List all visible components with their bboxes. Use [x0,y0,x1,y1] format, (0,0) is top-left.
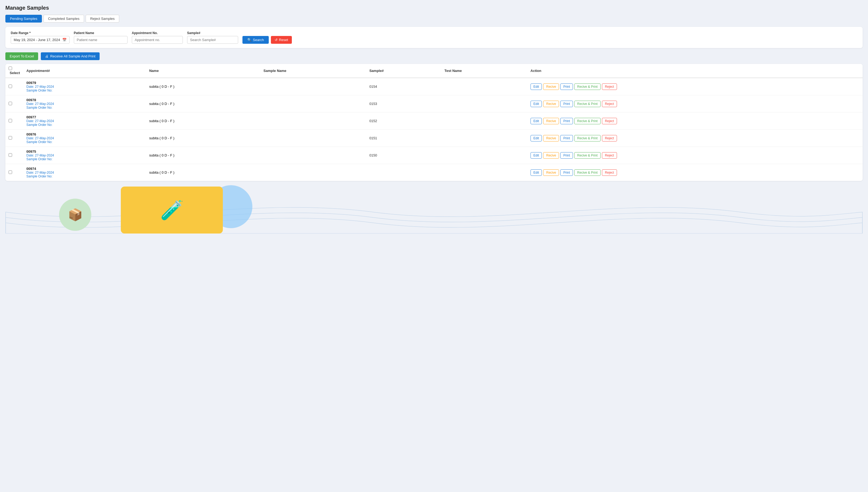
row-checkbox-0[interactable] [8,84,12,88]
receive-print-button[interactable]: Recive & Print [574,135,601,142]
sample-number-cell: 0154 [366,78,441,95]
receive-button[interactable]: Recive [543,169,559,176]
reject-button[interactable]: Reject [602,135,617,142]
appointment-col-header: Appointment# [23,64,146,78]
page-title: Manage Samples [5,5,863,11]
patient-name-cell: subita ( 0 D - F ) [146,164,260,181]
sample-num-col-header: Sample# [366,64,441,78]
edit-button[interactable]: Edit [531,83,542,90]
appointment-no-group: Appointment No. [132,31,183,44]
row-checkbox-5[interactable] [8,170,12,174]
calendar-icon: 📅 [62,38,67,42]
sample-number-cell [366,164,441,181]
test-name-cell [441,78,527,95]
receive-print-button[interactable]: Recive & Print [574,101,601,107]
receive-button[interactable]: Recive [543,83,559,90]
date-range-value: May 19, 2024 - June 17, 2024 [14,38,60,42]
patient-name-group: Patient Name [74,31,127,44]
patient-name-label: Patient Name [74,31,127,35]
receive-print-button[interactable]: Recive & Print [574,152,601,158]
action-buttons: Edit Recive Print Recive & Print Reject [531,118,860,124]
tube-illustration: 🧪 [160,199,184,221]
row-checkbox-3[interactable] [8,136,12,140]
appointment-order: Sample Order No: [26,89,143,92]
reset-icon: ↺ [275,38,278,42]
appointment-number: 00978 [26,98,143,102]
table-row: 00979 Date: 27-May-2024 Sample Order No:… [5,78,863,95]
appointment-order: Sample Order No: [26,106,143,109]
print-button[interactable]: Print [560,118,573,124]
sample-name-cell [260,113,366,130]
edit-button[interactable]: Edit [531,152,542,158]
row-checkbox-2[interactable] [8,119,12,122]
reject-button[interactable]: Reject [602,118,617,124]
appointment-number: 00977 [26,115,143,119]
receive-print-button[interactable]: Recive & Print [574,118,601,124]
patient-name-cell: subita ( 0 D - F ) [146,113,260,130]
appointment-no-input[interactable] [132,36,183,44]
row-checkbox-1[interactable] [8,102,12,105]
reject-button[interactable]: Reject [602,101,617,107]
sample-name-cell [260,130,366,147]
filter-card: Date Range * May 19, 2024 - June 17, 202… [5,27,863,48]
appointment-order: Sample Order No: [26,140,143,144]
search-button[interactable]: 🔍 Search [242,36,269,44]
select-all-checkbox[interactable] [8,67,12,70]
samples-table-wrapper: Select Appointment# Name Sample Name Sam… [5,64,863,181]
date-range-input[interactable]: May 19, 2024 - June 17, 2024 📅 [11,36,70,44]
table-header: Select Appointment# Name Sample Name Sam… [5,64,863,78]
appointment-number: 00975 [26,149,143,153]
receive-all-print-button[interactable]: 🖨 Receive All Sample And Print [41,52,100,60]
print-icon: 🖨 [45,54,49,58]
name-col-header: Name [146,64,260,78]
reset-button[interactable]: ↺ Reset [271,36,292,44]
samples-table: Select Appointment# Name Sample Name Sam… [5,64,863,181]
receive-button[interactable]: Recive [543,101,559,107]
edit-button[interactable]: Edit [531,118,542,124]
test-name-cell [441,147,527,164]
edit-button[interactable]: Edit [531,169,542,176]
appointment-no-label: Appointment No. [132,31,183,35]
table-row: 00976 Date: 27-May-2024 Sample Order No:… [5,130,863,147]
receive-button[interactable]: Recive [543,118,559,124]
row-checkbox-4[interactable] [8,153,12,157]
patient-name-input[interactable] [74,36,127,44]
table-row: 00974 Date: 27-May-2024 Sample Order No:… [5,164,863,181]
appointment-date: Date: 27-May-2024 [26,85,143,89]
print-button[interactable]: Print [560,152,573,158]
appointment-date: Date: 27-May-2024 [26,137,143,140]
receive-print-button[interactable]: Recive & Print [574,169,601,176]
print-button[interactable]: Print [560,169,573,176]
print-button[interactable]: Print [560,101,573,107]
edit-button[interactable]: Edit [531,135,542,142]
table-row: 00977 Date: 27-May-2024 Sample Order No:… [5,113,863,130]
date-range-label: Date Range * [11,31,70,35]
tab-completed-samples[interactable]: Completed Samples [44,15,84,23]
patient-name-cell: subita ( 0 D - F ) [146,95,260,113]
test-name-cell [441,130,527,147]
reject-button[interactable]: Reject [602,152,617,158]
print-button[interactable]: Print [560,135,573,142]
table-body: 00979 Date: 27-May-2024 Sample Order No:… [5,78,863,181]
appointment-order: Sample Order No: [26,123,143,127]
sample-name-cell [260,78,366,95]
receive-button[interactable]: Recive [543,135,559,142]
deco-image: 🧪 [121,187,223,233]
receive-button[interactable]: Recive [543,152,559,158]
action-buttons: Edit Recive Print Recive & Print Reject [531,152,860,158]
export-excel-button[interactable]: Export To Excel [5,52,38,60]
reject-button[interactable]: Reject [602,83,617,90]
tab-pending-samples[interactable]: Pending Samples [5,15,42,23]
appointment-number: 00974 [26,167,143,171]
sample-search-input[interactable] [187,36,238,44]
print-button[interactable]: Print [560,83,573,90]
tab-bar: Pending Samples Completed Samples Reject… [5,15,863,23]
edit-button[interactable]: Edit [531,101,542,107]
tab-reject-samples[interactable]: Reject Samples [86,15,119,23]
reject-button[interactable]: Reject [602,169,617,176]
action-buttons: Edit Recive Print Recive & Print Reject [531,135,860,142]
action-col-header: Action [527,64,863,78]
receive-print-button[interactable]: Recive & Print [574,83,601,90]
table-row: 00978 Date: 27-May-2024 Sample Order No:… [5,95,863,113]
sample-name-cell [260,164,366,181]
